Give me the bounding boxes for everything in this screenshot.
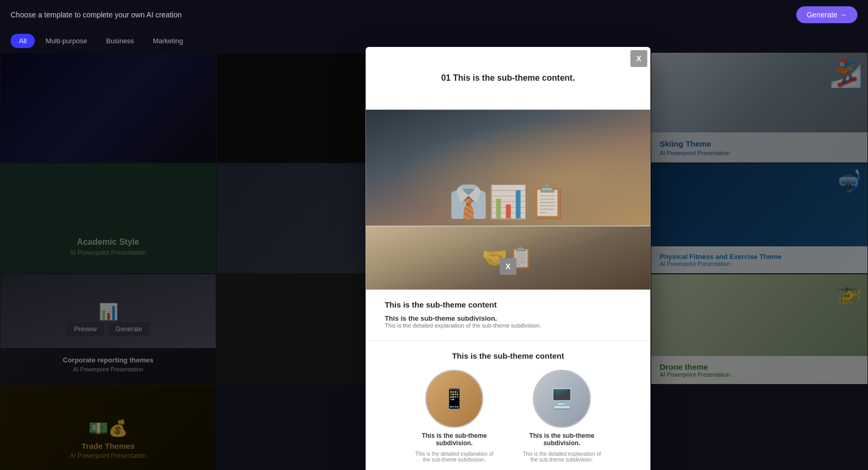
monitor-icon: 🖥️ (534, 371, 590, 427)
circle1-desc: This is the detailed explanation of the … (414, 451, 494, 463)
popup-close-button[interactable]: X (630, 50, 647, 67)
circles-container: 📱 This is the sub-theme subdivision. Thi… (384, 370, 631, 463)
slide3-sub-desc: This is the detailed explanation of the … (384, 322, 631, 329)
slide3-sub-title: This is the sub-theme subdivision. (384, 314, 631, 322)
circle1-title: This is the sub-theme subdivision. (407, 432, 501, 447)
slide3-x-icon: X (499, 258, 516, 275)
top-bar: Choose a template to complete your own A… (0, 0, 868, 30)
circle2-title: This is the sub-theme subdivision. (514, 432, 609, 447)
popup-slide-4: This is the sub-theme content 📱 This is … (365, 341, 650, 471)
circle-frame-1: 📱 (425, 370, 483, 428)
slide2-image: 👔📊📋 (365, 110, 650, 226)
popup-slide-1: 01 This is the sub-theme content. (365, 47, 650, 110)
top-bar-title: Choose a template to complete your own A… (11, 11, 182, 19)
tab-multipurpose[interactable]: Multi-purpose (37, 34, 95, 48)
tablet-icon: 📱 (426, 371, 482, 427)
circle2-desc: This is the detailed explanation of the … (522, 451, 601, 463)
popup-container: X 01 This is the sub-theme content. 👔📊📋 … (365, 47, 650, 471)
generate-button[interactable]: Generate → (796, 6, 857, 23)
main-content: ship Themes int Presentation » Skiing Th… (0, 52, 868, 470)
slide4-title: This is the sub-theme content (384, 351, 631, 360)
tab-all[interactable]: All (11, 34, 35, 48)
popup-slide-2: 👔📊📋 (365, 110, 650, 226)
tab-business[interactable]: Business (98, 34, 142, 48)
slide3-title: This is the sub-theme content (384, 300, 631, 309)
slide1-text: 01 This is the sub-theme content. (441, 73, 575, 82)
circle-item-2: 🖥️ This is the sub-theme subdivision. Th… (514, 370, 609, 463)
circle-item-1: 📱 This is the sub-theme subdivision. Thi… (407, 370, 501, 463)
popup-slide-3: 🤝📋 X This is the sub-theme content This … (365, 226, 650, 341)
tab-marketing[interactable]: Marketing (144, 34, 191, 48)
circle-frame-2: 🖥️ (533, 370, 591, 428)
